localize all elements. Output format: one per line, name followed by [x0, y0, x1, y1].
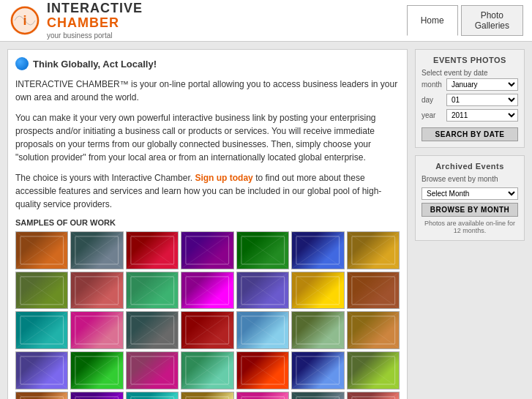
globe-icon [15, 57, 29, 70]
photo-thumb [15, 272, 68, 310]
sidebar: EVENTS PHOTOS Select event by date month… [415, 49, 525, 399]
para3-before: The choice is yours with Interactive Cha… [15, 173, 192, 183]
search-by-date-button[interactable]: SEARCH BY DATE [422, 127, 518, 141]
photo-thumb [347, 231, 400, 269]
day-label: day [422, 96, 443, 104]
paragraph-1: INTERACTIVE CHAMBER™ is your on-line por… [15, 78, 400, 104]
events-photos-title: EVENTS PHOTOS [422, 56, 518, 64]
day-select[interactable]: 0102030405060708091011121314151617181920… [446, 94, 518, 106]
photo-thumb [70, 272, 123, 310]
photo-thumb [70, 392, 123, 399]
archived-note: Photos are available on-line for 12 mont… [422, 220, 518, 234]
photo-thumb [181, 311, 233, 349]
photo-thumb [15, 311, 68, 349]
photo-grid [15, 231, 400, 399]
samples-label: SAMPLES OF OUR WORK [15, 218, 400, 227]
photo-thumb [236, 392, 289, 399]
month-row: month JanuaryFebruaryMarchAprilMayJuneJu… [422, 78, 518, 91]
photo-thumb [126, 272, 179, 310]
photo-thumb [291, 351, 344, 389]
logo-icon: i [9, 4, 41, 37]
archived-events-box: Archived Events Browse event by month Se… [415, 155, 525, 241]
month-select[interactable]: JanuaryFebruaryMarchAprilMayJuneJulyAugu… [446, 78, 518, 91]
nav-buttons: Home Photo Galleries [407, 5, 523, 36]
photo-thumb [126, 351, 179, 389]
photo-thumb [126, 311, 179, 349]
nav-home-button[interactable]: Home [407, 5, 458, 36]
photo-thumb [236, 351, 289, 389]
photo-thumb [181, 272, 233, 310]
select-event-label: Select event by date [422, 69, 518, 77]
content-area: Think Globally, Act Locally! INTERACTIVE… [7, 49, 408, 399]
content-heading-area: Think Globally, Act Locally! [15, 57, 400, 70]
day-row: day 010203040506070809101112131415161718… [422, 94, 518, 106]
main-layout: Think Globally, Act Locally! INTERACTIVE… [0, 42, 532, 399]
month-label: month [422, 81, 443, 89]
logo-chamber-text: CHAMBER [47, 16, 143, 31]
month-archive-select[interactable]: Select MonthJanuaryFebruaryMarchAprilMay… [422, 187, 518, 200]
nav-photo-galleries-button[interactable]: Photo Galleries [461, 5, 523, 36]
photo-thumb [70, 351, 123, 389]
logo-area: i INTERACTIVE CHAMBER your business port… [9, 1, 407, 40]
photo-thumb [126, 231, 179, 269]
photo-thumb [15, 351, 68, 389]
year-label: year [422, 111, 443, 119]
photo-thumb [181, 392, 233, 399]
photo-thumb [236, 311, 289, 349]
browse-label: Browse event by month [422, 175, 518, 183]
photo-thumb [291, 231, 344, 269]
paragraph-2: You can make it your very own powerful i… [15, 111, 400, 164]
browse-by-month-button[interactable]: BROWSE BY MONTH [422, 203, 518, 217]
tagline: your business portal [47, 31, 143, 40]
logo-interactive-text: INTERACTIVE [47, 1, 143, 16]
content-heading: Think Globally, Act Locally! [33, 59, 157, 70]
photo-thumb [126, 392, 179, 399]
photo-thumb [347, 351, 400, 389]
photo-thumb [291, 311, 344, 349]
year-select[interactable]: 20082009201020112012 [446, 109, 518, 122]
photo-thumb [236, 272, 289, 310]
archived-events-title: Archived Events [422, 162, 518, 171]
events-photos-box: EVENTS PHOTOS Select event by date month… [415, 49, 525, 148]
photo-thumb [70, 231, 123, 269]
paragraph-3: The choice is yours with Interactive Cha… [15, 171, 400, 211]
photo-thumb [15, 231, 68, 269]
signup-link[interactable]: Sign up today [195, 173, 252, 183]
photo-thumb [347, 392, 400, 399]
photo-thumb [15, 392, 68, 399]
photo-thumb [291, 392, 344, 399]
header: i INTERACTIVE CHAMBER your business port… [0, 0, 532, 42]
photo-thumb [347, 272, 400, 310]
photo-thumb [236, 231, 289, 269]
photo-thumb [70, 311, 123, 349]
photo-thumb [291, 272, 344, 310]
photo-thumb [181, 231, 233, 269]
year-row: year 20082009201020112012 [422, 109, 518, 122]
photo-thumb [181, 351, 233, 389]
logo-text: INTERACTIVE CHAMBER your business portal [47, 1, 143, 40]
photo-thumb [347, 311, 400, 349]
